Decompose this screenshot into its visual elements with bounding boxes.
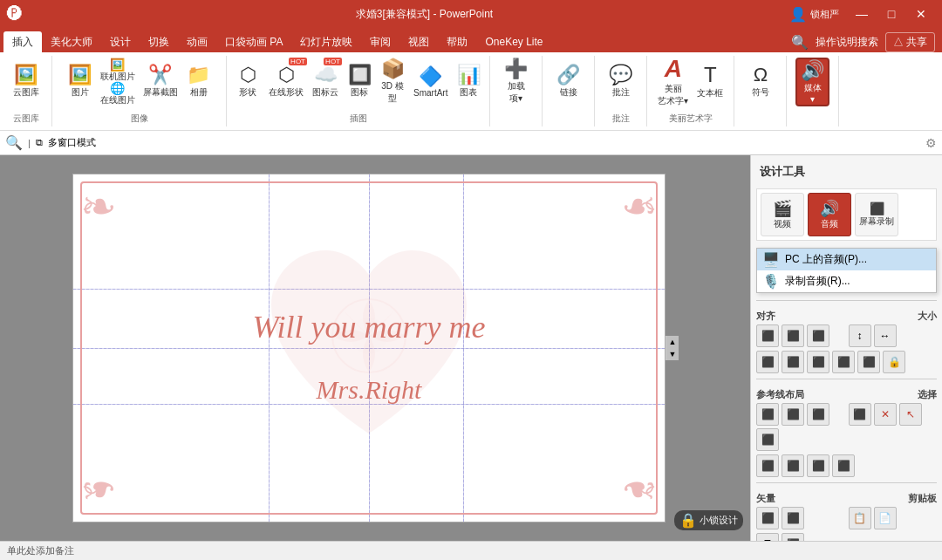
btn-align-mid[interactable]: ⬛ [782,351,804,373]
btn-3d[interactable]: 📦 3D 模型 [377,58,408,106]
share-button[interactable]: △ 共享 [885,32,935,52]
btn-size-h[interactable]: ↕ [849,324,871,347]
search-icon[interactable]: 🔍 [791,34,809,51]
slide-text-sub[interactable]: Mrs.Right [317,375,422,405]
tab-pocket-anim[interactable]: 口袋动画 PA [216,31,291,52]
btn-copy[interactable]: 📄 [874,507,897,529]
shape-icon: ⬡ [240,65,256,85]
btn-paste[interactable]: 📋 [849,507,871,529]
btn-screen-record[interactable]: ⬛ 屏幕录制 [855,193,898,236]
tab-review[interactable]: 审阅 [361,31,399,52]
btn-align-bottom[interactable]: ⬛ [807,351,829,373]
btn-guide-del[interactable]: ⬛ [832,454,855,477]
tab-onekey[interactable]: OneKey Lite [476,31,551,52]
btn-guide-add3[interactable]: ⬛ [807,454,829,477]
close-button[interactable]: ✕ [907,0,935,28]
btn-link[interactable]: 🔗 链接 [553,58,584,106]
label-vector: 矢量 [756,492,775,505]
media-sub-toolbar: 🎬 视频 🔊 音频 ⬛ 屏幕录制 [756,188,937,241]
ribbon: 🖼️ 云图库 云图库 🖼️ 图片 🖼️ 联机图片 🌐 在线图片 [0,52,942,131]
btn-guide-add2[interactable]: ⬛ [782,454,804,477]
hot-badge-online-shape: HOT [289,58,307,65]
btn-align-top[interactable]: ⬛ [756,351,779,373]
btn-guide1[interactable]: ⬛ [756,403,779,426]
scroll-down-button[interactable]: ▼ [666,348,679,360]
icon-btn-icon: 🔲 [348,65,372,85]
btn-icon-cloud[interactable]: ☁️ 图标云 HOT [309,58,342,106]
album-icon: 📁 [187,65,210,85]
btn-symbol[interactable]: Ω 符号 [745,58,776,106]
btn-vector1[interactable]: ⬛ [756,507,779,529]
tab-insert[interactable]: 插入 [3,31,42,52]
btn-align-left[interactable]: ⬛ [756,324,779,347]
lock-icon: 🔒 [679,512,697,529]
tab-beautify[interactable]: 美化大师 [42,31,101,52]
tab-help[interactable]: 帮助 [438,31,476,52]
search-label[interactable]: 操作说明搜索 [816,35,878,50]
dropdown-item-record-audio[interactable]: 🎙️ 录制音频(R)... [757,270,936,292]
align-size-grid: ⬛ ⬛ ⬛ ↕ ↔ [756,324,937,347]
pc-audio-icon: 🖥️ [762,251,780,268]
btn-cloudlib[interactable]: 🖼️ 云图库 [10,58,43,106]
btn-align-center[interactable]: ⬛ [782,324,804,347]
btn-comment[interactable]: 💬 批注 [605,58,637,106]
btn-guide2[interactable]: ⬛ [782,403,804,426]
btn-smartart[interactable]: 🔷 SmartArt [410,58,451,106]
btn-distribute-h[interactable]: ⬛ [832,351,855,373]
scroll-up-button[interactable]: ▲ [666,336,679,348]
group-label-image: 图像 [58,113,221,125]
btn-audio[interactable]: 🔊 音频 [808,193,851,236]
cloudlib-icon: 🖼️ [14,65,38,85]
statusbar-note: 单此处添加备注 [7,544,74,557]
btn-align-right[interactable]: ⬛ [807,324,829,347]
smartart-icon: 🔷 [419,67,442,86]
scrollbar-vertical[interactable]: ▲ ▼ [666,336,678,360]
btn-vector2[interactable]: ⬛ [782,507,804,529]
btn-vector4[interactable]: ⬛ [782,533,804,541]
tab-view[interactable]: 视图 [399,31,438,52]
minimize-button[interactable]: — [848,0,876,28]
btn-picture[interactable]: 🖼️ 图片 [65,58,96,106]
btn-album[interactable]: 📁 相册 [183,58,215,106]
dropdown-item-pc-audio[interactable]: 🖥️ PC 上的音频(P)... [757,249,936,270]
tab-transition[interactable]: 切换 [140,31,178,52]
slide-text-main[interactable]: Will you marry me [253,309,486,345]
btn-arttext[interactable]: A 美丽艺术字▾ [654,58,692,106]
right-panel: 设计工具 🎬 视频 🔊 音频 ⬛ 屏幕录制 🖥️ PC 上的音频(P)... [750,155,942,541]
btn-online-shape[interactable]: ⬡ 在线形状 HOT [265,58,307,106]
btn-online-img[interactable]: 🖼️ 联机图片 [98,58,138,80]
btn-size-w[interactable]: ↔ [874,324,897,347]
formulabar: 🔍 | ⧉ 多窗口模式 ⚙ [0,131,942,155]
tab-slideshow[interactable]: 幻灯片放映 [291,31,361,52]
clipboard-icons: 📋 📄 [849,507,938,529]
user-info: 👤 锁相严 [789,0,839,28]
btn-addon[interactable]: ➕ 加载项▾ [501,58,532,106]
ribbon-group-cloudlib: 🖼️ 云图库 云图库 [0,56,52,126]
tab-design[interactable]: 设计 [101,31,140,52]
btn-select2[interactable]: ✕ [874,403,897,426]
btn-screenshot[interactable]: ✂️ 屏幕截图 [140,58,181,106]
formula-settings-icon[interactable]: ⚙ [925,136,937,150]
watermark: 🔒 小锁设计 [674,510,743,530]
btn-guide4[interactable]: ⬛ [756,428,779,451]
ribbon-group-link: 🔗 链接 [543,56,595,126]
btn-select-cursor[interactable]: ↖ [899,403,922,426]
btn-shape[interactable]: ⬡ 形状 [232,58,263,106]
btn-lock-aspect[interactable]: 🔒 [883,351,905,373]
btn-vector3[interactable]: T [756,533,779,541]
image-col: 🖼️ 联机图片 🌐 在线图片 [98,58,138,104]
btn-select1[interactable]: ⬛ [849,403,871,426]
btn-guide3[interactable]: ⬛ [807,403,829,426]
tab-animation[interactable]: 动画 [178,31,216,52]
btn-icon[interactable]: 🔲 图标 [344,58,375,106]
btn-chart[interactable]: 📊 图表 [453,58,484,106]
audio-icon: 🔊 [820,199,839,218]
restore-button[interactable]: □ [877,0,905,28]
btn-distribute-v[interactable]: ⬛ [857,351,880,373]
btn-guide-add1[interactable]: ⬛ [756,454,779,477]
guideline-icons-row2: ⬛ ⬛ ⬛ ⬛ [756,454,937,477]
btn-online-img2[interactable]: 🌐 在线图片 [98,81,138,104]
btn-textbox[interactable]: T 文本框 [693,58,727,106]
btn-video[interactable]: 🎬 视频 [761,193,804,236]
btn-media[interactable]: 🔊 媒体 ▾ [795,58,829,106]
